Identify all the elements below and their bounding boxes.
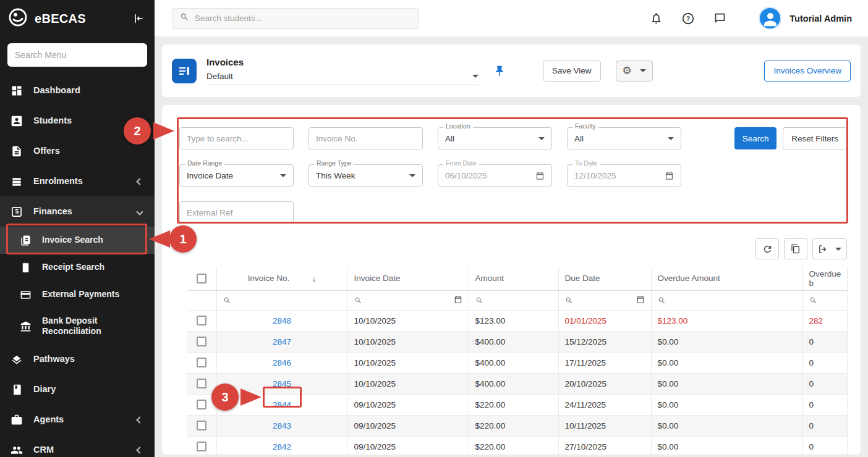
external-payments-icon (19, 289, 32, 301)
invoice-date-cell: 09/10/2025 (347, 436, 469, 455)
menu-search-input[interactable] (15, 50, 140, 60)
row-checkbox[interactable] (197, 442, 206, 451)
sidebar-item-finances[interactable]: Finances (0, 196, 155, 227)
view-settings-button[interactable]: ⚙ (616, 61, 653, 82)
amount-cell: $400.00 (469, 331, 558, 352)
save-view-button[interactable]: Save View (543, 61, 601, 82)
sidebar-item-label: Finances (33, 206, 127, 217)
row-checkbox[interactable] (197, 358, 206, 367)
chevron-left-icon (136, 178, 143, 185)
overdue-by-column-filter[interactable] (802, 290, 847, 310)
chevron-left-icon (136, 416, 143, 423)
sidebar-item-label: Diary (33, 384, 127, 395)
calendar-icon[interactable] (636, 295, 645, 306)
sidebar-item-enrolments[interactable]: Enrolments (0, 166, 155, 196)
student-search-input[interactable] (195, 14, 411, 23)
due-date-column-filter[interactable] (558, 290, 651, 310)
sidebar-item-crm[interactable]: CRM (0, 435, 155, 457)
view-header-card: Invoices Default Save View ⚙ Invoices Ov… (162, 44, 861, 97)
column-header-overdue-by[interactable]: Overdue b (802, 267, 847, 290)
view-select-value: Default (206, 72, 233, 81)
invoice-link[interactable]: 2843 (273, 421, 291, 430)
invoice-link[interactable]: 2842 (273, 442, 291, 451)
invoice-link[interactable]: 2846 (273, 358, 291, 367)
select-all-cell (187, 267, 216, 290)
overdue-amount-column-filter[interactable] (651, 290, 802, 310)
notifications-bell-icon[interactable] (650, 12, 663, 25)
pin-view-icon[interactable] (493, 65, 506, 77)
user-menu[interactable]: Tutorial Admin (759, 7, 852, 30)
sidebar-item-pathways[interactable]: Pathways (0, 344, 155, 374)
sidebar-item-dashboard[interactable]: Dashboard (0, 75, 155, 106)
due-date-cell: 27/10/2025 (558, 436, 651, 455)
bank-icon (19, 321, 32, 332)
row-checkbox-cell (187, 310, 216, 331)
dashboard-icon (10, 85, 23, 97)
crm-icon (10, 444, 23, 456)
table-row: 2842 09/10/2025 $220.00 27/10/2025 $0.00… (187, 436, 847, 455)
sidebar-item-diary[interactable]: Diary (0, 374, 155, 405)
amount-cell: $400.00 (469, 373, 558, 394)
calendar-icon[interactable] (454, 295, 462, 306)
annotation-rect-invoice-2844 (263, 387, 302, 408)
invoice-link[interactable]: 2847 (273, 337, 291, 346)
row-checkbox[interactable] (197, 421, 206, 430)
invoice-no-cell: 2848 (216, 310, 347, 331)
row-checkbox-cell (187, 436, 216, 455)
pathways-icon (10, 353, 23, 366)
main-area: ? Tutorial Admin Invoices Default (155, 0, 868, 457)
annotation-rect-filters (177, 117, 848, 224)
invoice-date-column-filter[interactable] (347, 290, 469, 310)
invoices-overview-button[interactable]: Invoices Overview (764, 61, 851, 82)
invoice-date-cell: 09/10/2025 (347, 394, 469, 415)
export-button[interactable] (812, 238, 847, 259)
sidebar-item-agents[interactable]: Agents (0, 405, 155, 435)
annotation-arrow-right-icon (153, 122, 174, 140)
row-checkbox[interactable] (197, 316, 206, 325)
select-all-checkbox[interactable] (197, 274, 206, 283)
row-checkbox-cell (187, 373, 216, 394)
column-header-overdue-amount[interactable]: Overdue Amount (651, 267, 802, 290)
sort-descending-icon[interactable]: ↓ (312, 274, 316, 283)
invoice-no-cell: 2847 (216, 331, 347, 352)
column-header-invoice-date[interactable]: Invoice Date (347, 267, 469, 290)
view-title-block: Invoices Default (206, 57, 479, 85)
overdue-by-cell: 282 (802, 310, 847, 331)
sidebar-item-label: Agents (33, 414, 127, 425)
row-checkbox[interactable] (197, 337, 206, 346)
refresh-button[interactable] (755, 238, 779, 259)
row-checkbox[interactable] (197, 400, 206, 409)
menu-search-field[interactable] (7, 43, 147, 67)
amount-column-filter[interactable] (469, 290, 558, 310)
sidebar-collapse-icon[interactable] (132, 12, 145, 25)
sidebar-item-bank-deposit-reconciliation[interactable]: Bank Deposit Reconciliation (0, 308, 155, 344)
chevron-down-icon (835, 248, 841, 251)
topbar-icons: ? (650, 12, 726, 25)
invoice-link[interactable]: 2848 (273, 316, 291, 325)
invoice-no-column-filter[interactable] (216, 290, 347, 310)
annotation-arrow-right-icon (240, 388, 262, 406)
sidebar-item-receipt-search[interactable]: Receipt Search (0, 254, 155, 281)
due-date-cell: 01/01/2025 (558, 310, 651, 331)
overdue-amount-cell: $0.00 (651, 331, 802, 352)
topbar: ? Tutorial Admin (155, 0, 868, 37)
column-header-invoice-no[interactable]: Invoice No.↓ (216, 267, 347, 290)
sidebar-item-label: CRM (33, 444, 127, 455)
row-checkbox[interactable] (197, 379, 206, 388)
agents-icon (10, 414, 23, 426)
sidebar-item-label: Students (33, 115, 127, 126)
column-header-amount[interactable]: Amount (469, 267, 558, 290)
student-search-field[interactable] (172, 8, 419, 29)
sidebar-item-label: Dashboard (33, 85, 127, 96)
avatar (759, 7, 781, 30)
view-select[interactable]: Default (206, 72, 479, 85)
sidebar-item-external-payments[interactable]: External Payments (0, 281, 155, 308)
invoices-module-icon (172, 59, 197, 83)
help-icon[interactable]: ? (681, 12, 695, 25)
sidebar-item-label: Receipt Search (42, 262, 136, 273)
search-icon (223, 296, 231, 304)
chat-icon[interactable] (713, 12, 726, 25)
column-header-due-date[interactable]: Due Date (558, 267, 651, 290)
invoice-date-cell: 10/10/2025 (347, 331, 469, 352)
copy-button[interactable] (784, 238, 807, 259)
